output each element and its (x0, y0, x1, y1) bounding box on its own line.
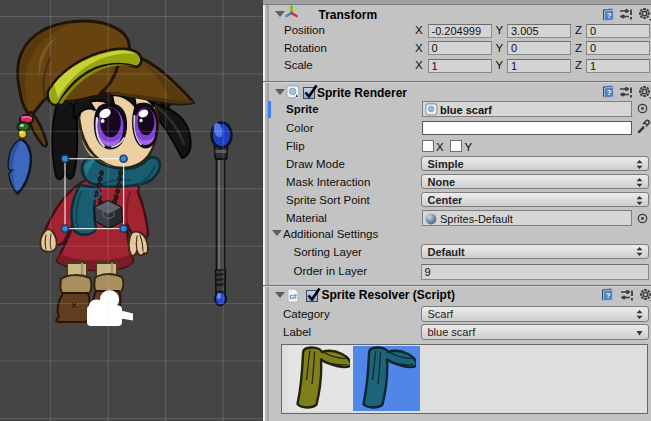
svg-text:?: ? (606, 291, 611, 300)
svg-text:?: ? (607, 11, 612, 20)
svg-text:c#: c# (289, 293, 297, 300)
svg-text:?: ? (607, 88, 612, 97)
